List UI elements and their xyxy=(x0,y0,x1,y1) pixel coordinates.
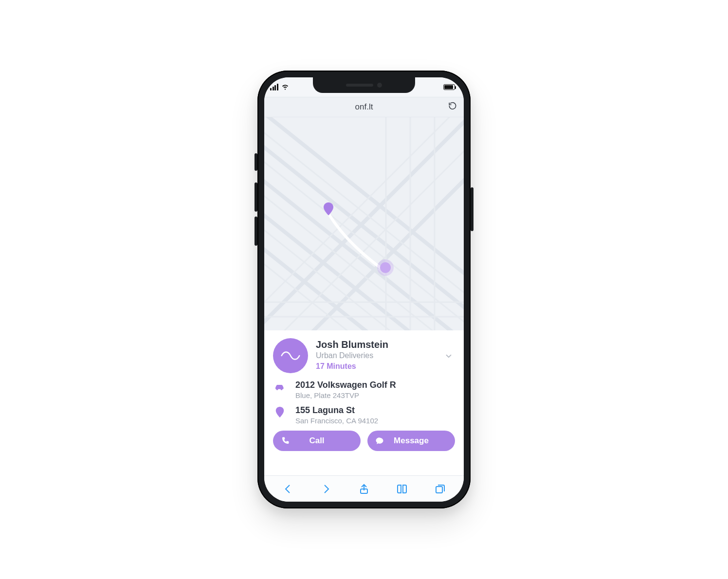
driver-row[interactable]: Josh Blumstein Urban Deliveries 17 Minut… xyxy=(273,338,455,373)
destination-row: 155 Laguna St San Francisco, CA 94102 xyxy=(273,405,455,425)
driver-avatar xyxy=(273,338,308,373)
vehicle-title: 2012 Volkswagen Golf R xyxy=(295,380,396,390)
chevron-down-icon[interactable] xyxy=(444,352,453,362)
phone-side-button xyxy=(255,153,257,171)
call-button-label: Call xyxy=(309,436,324,446)
pin-icon xyxy=(273,405,287,417)
map-pin-icon xyxy=(324,202,333,216)
message-button[interactable]: Message xyxy=(367,431,455,451)
delivery-card: Josh Blumstein Urban Deliveries 17 Minut… xyxy=(264,330,464,457)
phone-side-button xyxy=(471,187,473,231)
message-button-label: Message xyxy=(394,436,429,446)
phone-frame: onf.lt xyxy=(257,71,471,508)
browser-url: onf.lt xyxy=(355,102,373,112)
back-icon[interactable] xyxy=(282,483,294,495)
driver-name: Josh Blumstein xyxy=(316,339,455,350)
tabs-icon[interactable] xyxy=(434,483,446,495)
wifi-icon xyxy=(281,83,289,92)
destination-title: 155 Laguna St xyxy=(295,405,378,416)
browser-toolbar xyxy=(264,475,464,502)
car-icon xyxy=(273,380,287,392)
forward-icon[interactable] xyxy=(320,483,332,495)
svg-rect-20 xyxy=(436,487,442,493)
reload-icon[interactable] xyxy=(448,102,457,113)
driver-eta: 17 Minutes xyxy=(316,362,455,371)
phone-side-button xyxy=(255,182,257,212)
map-area[interactable] xyxy=(264,117,464,330)
phone-side-button xyxy=(255,217,257,246)
vehicle-row: 2012 Volkswagen Golf R Blue, Plate 243TV… xyxy=(273,380,455,399)
share-icon[interactable] xyxy=(358,483,370,495)
call-button[interactable]: Call xyxy=(273,431,361,451)
phone-screen: onf.lt xyxy=(264,77,464,502)
vehicle-detail: Blue, Plate 243TVP xyxy=(295,391,396,399)
driver-company: Urban Deliveries xyxy=(316,351,455,360)
phone-notch xyxy=(313,77,415,93)
message-icon xyxy=(375,436,384,445)
phone-icon xyxy=(281,436,290,445)
battery-icon xyxy=(443,84,455,90)
map-roads xyxy=(264,117,464,330)
signal-icon xyxy=(270,84,278,90)
map-position-dot xyxy=(380,262,391,273)
browser-address-bar[interactable]: onf.lt xyxy=(264,97,464,117)
bookmarks-icon[interactable] xyxy=(396,483,408,495)
destination-detail: San Francisco, CA 94102 xyxy=(295,416,378,425)
